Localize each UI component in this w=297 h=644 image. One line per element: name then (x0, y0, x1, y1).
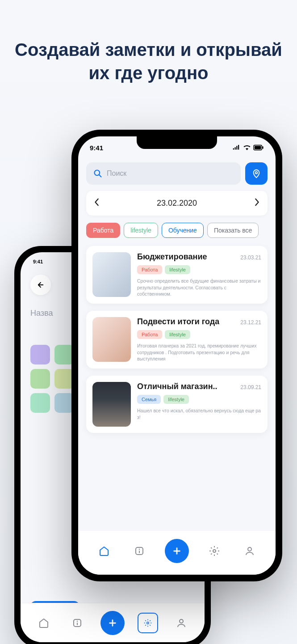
nav-add[interactable] (165, 539, 189, 563)
battery-icon (253, 144, 264, 151)
svg-rect-7 (262, 146, 263, 149)
user-icon (244, 546, 255, 556)
tag-work: Работа (137, 265, 162, 274)
filter-chips: Работа lifestyle Обучение Показать все (86, 223, 268, 238)
home-icon (99, 546, 109, 556)
svg-point-15 (248, 547, 251, 551)
info-icon (72, 618, 83, 628)
color-swatch[interactable] (30, 345, 50, 364)
note-card[interactable]: Подвести итоги года 23.12.21 Работа life… (86, 311, 268, 369)
home-icon (38, 618, 49, 628)
chip-learning[interactable]: Обучение (162, 223, 204, 238)
nav-add[interactable] (100, 611, 125, 635)
nav-home[interactable] (94, 541, 114, 561)
svg-point-10 (255, 172, 258, 174)
note-thumbnail (92, 317, 131, 362)
svg-point-3 (147, 622, 149, 624)
status-time: 9:41 (90, 144, 103, 152)
search-placeholder: Поиск (107, 169, 126, 178)
back-button[interactable] (30, 275, 51, 295)
chevron-right-icon (254, 198, 259, 206)
user-icon (176, 618, 187, 628)
arrow-left-icon (37, 281, 45, 289)
current-date: 23.02.2020 (157, 199, 197, 208)
date-next-button[interactable] (254, 198, 259, 208)
bottom-nav (21, 603, 205, 642)
chip-lifestyle[interactable]: lifestyle (124, 223, 158, 238)
note-description: Срочно определить все будущие финансовые… (137, 278, 261, 297)
note-title: Отличный магазин.. (137, 382, 218, 391)
nav-home[interactable] (33, 613, 54, 633)
status-indicators (233, 144, 264, 152)
note-date: 23.09.21 (240, 384, 261, 390)
note-date: 23.12.21 (240, 319, 261, 326)
note-description: Нашел все что искал, обязательно вернусь… (137, 407, 261, 420)
note-card[interactable]: Бюджетирование 23.03.21 Работа lifestyle… (86, 246, 268, 304)
location-button[interactable] (245, 162, 268, 185)
tag-lifestyle: lifestyle (165, 330, 190, 339)
note-thumbnail (92, 382, 131, 427)
phone-mockup-front: 9:41 Поиск 23.02.2020 (71, 130, 282, 581)
svg-point-14 (213, 550, 216, 552)
info-icon (134, 546, 145, 556)
plus-icon (172, 546, 182, 556)
chip-show-all[interactable]: Показать все (207, 223, 259, 238)
date-picker: 23.02.2020 (86, 191, 268, 216)
note-title: Подвести итоги года (137, 317, 219, 326)
tag-lifestyle: lifestyle (163, 395, 189, 404)
note-date: 23.03.21 (240, 254, 261, 261)
date-prev-button[interactable] (94, 198, 100, 208)
promo-headline: Создавай заметки и открывай их где угодн… (0, 0, 297, 85)
note-title: Бюджетирование (137, 252, 207, 262)
svg-point-4 (180, 619, 183, 623)
tag-work: Работа (137, 330, 162, 339)
nav-info[interactable] (129, 541, 150, 561)
search-icon (93, 169, 102, 178)
svg-rect-6 (255, 146, 261, 149)
nav-profile[interactable] (171, 613, 192, 633)
chip-work[interactable]: Работа (86, 223, 120, 238)
search-input[interactable]: Поиск (86, 162, 241, 185)
gear-icon (144, 619, 152, 627)
status-time: 9:41 (33, 259, 43, 264)
bottom-nav (78, 531, 276, 575)
nav-info[interactable] (67, 613, 88, 633)
chevron-left-icon (94, 198, 100, 206)
signal-icon (233, 144, 241, 152)
nav-settings[interactable] (138, 613, 158, 633)
gear-icon (209, 546, 220, 556)
nav-settings[interactable] (204, 541, 225, 561)
svg-line-9 (99, 175, 101, 177)
note-card[interactable]: Отличный магазин.. 23.09.21 Семья lifest… (86, 376, 268, 433)
color-swatch[interactable] (30, 369, 50, 389)
wifi-icon (243, 144, 251, 152)
pin-icon (251, 169, 261, 178)
note-thumbnail (92, 252, 131, 297)
tag-family: Семья (137, 395, 161, 404)
tag-lifestyle: lifestyle (165, 265, 190, 274)
plus-icon (108, 618, 117, 628)
note-description: Итоговая планерка за 2021 год, премирова… (137, 343, 261, 362)
color-swatch[interactable] (30, 393, 50, 413)
notch (137, 136, 217, 149)
nav-profile[interactable] (239, 541, 260, 561)
